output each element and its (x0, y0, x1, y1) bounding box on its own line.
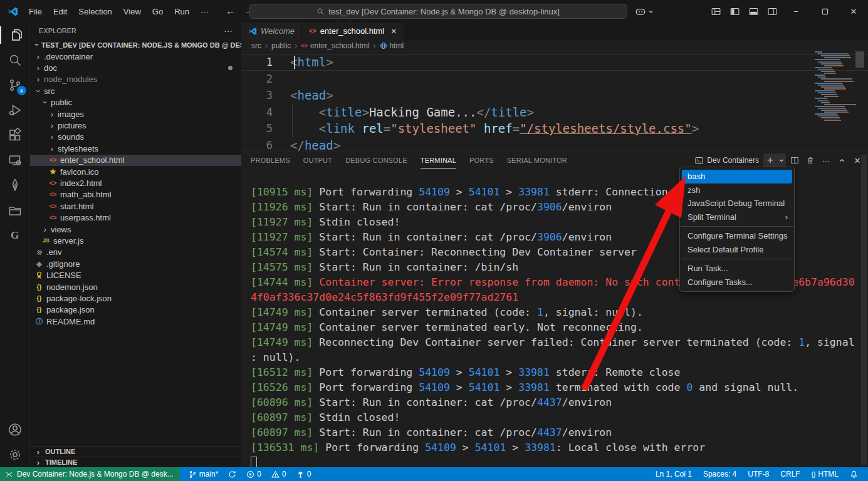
breadcrumb-item-src[interactable]: src (251, 41, 261, 50)
accounts-icon[interactable] (0, 417, 30, 442)
explorer-file-readme-md[interactable]: ⓘREADME.md (30, 316, 241, 327)
explorer-more-icon[interactable]: ··· (224, 26, 233, 36)
explorer-file-index2-html[interactable]: <>index2.html (30, 177, 241, 189)
sync-icon[interactable] (224, 470, 240, 478)
back-arrow-button[interactable]: ← (226, 6, 236, 17)
menu-file[interactable]: File (23, 0, 48, 23)
toggle-secondary-sidebar-icon[interactable] (763, 0, 782, 23)
explorer-folder-public[interactable]: ›public (30, 97, 241, 108)
toggle-panel-icon[interactable] (744, 0, 763, 23)
sidebar-item-run-debug[interactable] (0, 98, 30, 123)
menu-run[interactable]: Run (169, 0, 195, 23)
minimap[interactable] (813, 51, 854, 145)
panel-tab-debug-console[interactable]: DEBUG CONSOLE (345, 152, 407, 168)
editor-scrollbar[interactable] (855, 51, 864, 68)
section-timeline[interactable]: ›TIMELINE (30, 457, 241, 467)
sidebar-item-gitlens[interactable]: G (0, 223, 30, 248)
menu-item-configure-tasks---[interactable]: Configure Tasks... (680, 276, 794, 289)
explorer-file-start-html[interactable]: <>start.html (30, 200, 241, 212)
sidebar-item-containers[interactable] (0, 198, 30, 223)
sidebar-item-explorer[interactable] (0, 23, 30, 48)
explorer-file-package-lock-json[interactable]: {}package-lock.json (30, 292, 241, 304)
explorer-file-nodemon-json[interactable]: {}nodemon.json (30, 281, 241, 292)
explorer-root-folder[interactable]: › TEST_DEV [DEV CONTAINER: NODE.JS & MON… (30, 39, 241, 51)
explorer-folder-pictures[interactable]: ›pictures (30, 120, 241, 131)
panel-tab-terminal[interactable]: TERMINAL (421, 152, 456, 168)
code-editor[interactable]: 1<html>23<head>4 <title>Hacking Game...<… (241, 52, 868, 152)
explorer-folder-views[interactable]: ›views (30, 224, 241, 235)
explorer-file--gitignore[interactable]: ◈.gitignore (30, 258, 241, 269)
panel-more-actions-button[interactable]: ··· (819, 153, 833, 167)
kill-terminal-button[interactable] (803, 153, 817, 167)
settings-gear-icon[interactable] (0, 442, 30, 467)
explorer-file--env[interactable]: .env (30, 247, 241, 258)
explorer-file-userpass-html[interactable]: <>userpass.html (30, 212, 241, 223)
menu-item-bash[interactable]: bash (682, 170, 792, 184)
maximize-button[interactable] (810, 0, 839, 23)
toggle-primary-sidebar-icon[interactable] (725, 0, 744, 23)
remote-indicator[interactable]: Dev Container: Node.js & Mongo DB @ desk… (0, 467, 180, 481)
explorer-file-math-abi-html[interactable]: <>math_abi.html (30, 189, 241, 200)
split-terminal-button[interactable] (788, 153, 802, 167)
terminal-profile-dropdown-button[interactable] (777, 153, 786, 167)
explorer-file-favicon-ico[interactable]: ★favicon.ico (30, 166, 241, 177)
license-file-icon (34, 271, 44, 279)
menu-item-run-task---[interactable]: Run Task... (680, 262, 794, 276)
explorer-folder--devcontainer[interactable]: ›.devcontainer (30, 51, 241, 62)
menu-view[interactable]: View (118, 0, 147, 23)
git-branch-status[interactable]: main* (185, 470, 222, 478)
terminal-scrollbar[interactable] (861, 155, 867, 465)
menu-item-split-terminal[interactable]: Split Terminal› (680, 210, 794, 224)
cursor-position-status[interactable]: Ln 1, Col 1 (652, 470, 696, 478)
sidebar-item-remote-explorer[interactable] (0, 148, 30, 173)
close-window-button[interactable]: ✕ (839, 0, 868, 23)
explorer-file-server-js[interactable]: JSserver.js (30, 235, 241, 246)
forwarded-ports-status[interactable]: 0 (293, 470, 315, 478)
explorer-folder-stylesheets[interactable]: ›stylesheets (30, 143, 241, 154)
panel-tab-problems[interactable]: PROBLEMS (251, 152, 290, 168)
close-tab-icon[interactable]: ✕ (390, 27, 397, 36)
menu-selection[interactable]: Selection (73, 0, 117, 23)
menu-edit[interactable]: Edit (48, 0, 73, 23)
sidebar-item-source-control[interactable]: 4 (0, 73, 30, 98)
errors-status[interactable]: 0 (243, 470, 265, 478)
breadcrumb-item-html[interactable]: html (380, 41, 404, 50)
notifications-bell-icon[interactable] (846, 470, 862, 478)
menu-[interactable]: ··· (195, 0, 214, 23)
menu-item-select-default-profile[interactable]: Select Default Profile (680, 243, 794, 257)
explorer-file-license[interactable]: LICENSE (30, 269, 241, 281)
section-outline[interactable]: ›OUTLINE (30, 446, 241, 457)
sidebar-item-extensions[interactable] (0, 123, 30, 148)
customize-layout-icon[interactable] (706, 0, 725, 23)
explorer-folder-doc[interactable]: ›doc (30, 62, 241, 73)
indentation-status[interactable]: Spaces: 4 (699, 470, 740, 478)
panel-tab-output[interactable]: OUTPUT (303, 152, 332, 168)
copilot-button[interactable] (634, 4, 654, 19)
explorer-file-package-json[interactable]: {}package.json (30, 304, 241, 316)
language-mode-status[interactable]: {} HTML (808, 470, 842, 478)
minimize-button[interactable]: − (782, 0, 810, 23)
sidebar-item-mongodb[interactable] (0, 173, 30, 198)
panel-tab-ports[interactable]: PORTS (469, 152, 494, 168)
maximize-panel-button[interactable] (835, 153, 849, 167)
panel-tab-serial-monitor[interactable]: SERIAL MONITOR (507, 152, 567, 168)
breadcrumb-item-enter-school-html[interactable]: <>enter_school.html (301, 41, 369, 50)
breadcrumb-item-public[interactable]: public (271, 41, 291, 50)
sidebar-item-search[interactable] (0, 48, 30, 73)
explorer-folder-sounds[interactable]: ›sounds (30, 132, 241, 143)
menu-go[interactable]: Go (147, 0, 169, 23)
command-center-search[interactable]: test_dev [Dev Container: Node.js & Mongo… (249, 4, 627, 19)
tab-enter-school-html[interactable]: <>enter_school.html✕ (302, 23, 404, 39)
new-terminal-button[interactable]: + (763, 153, 777, 167)
explorer-folder-node-modules[interactable]: ›node_modules (30, 74, 241, 85)
eol-status[interactable]: CRLF (776, 470, 803, 478)
warnings-status[interactable]: 0 (268, 470, 290, 478)
menu-item-configure-terminal-settings[interactable]: Configure Terminal Settings (680, 229, 794, 243)
explorer-file-enter-school-html[interactable]: <>enter_school.html (30, 155, 241, 166)
menu-item-zsh[interactable]: zsh (680, 184, 794, 197)
explorer-folder-src[interactable]: ›src (30, 85, 241, 96)
tab-welcome[interactable]: Welcome (241, 23, 302, 39)
menu-item-javascript-debug-terminal[interactable]: JavaScript Debug Terminal (680, 197, 794, 210)
encoding-status[interactable]: UTF-8 (744, 470, 773, 478)
explorer-folder-images[interactable]: ›images (30, 108, 241, 120)
